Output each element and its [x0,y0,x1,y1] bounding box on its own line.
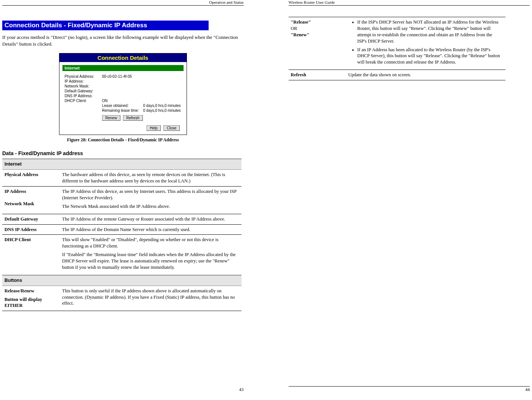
running-header: Operation and Status [2,0,244,5]
dns-label: DNS IP Address: [65,94,102,98]
phys-addr-label: Physical Address: [65,74,102,79]
renew-button[interactable]: Renew [102,115,120,121]
remaining-label: Remaining lease time: [102,108,143,113]
help-button[interactable]: Help [147,125,161,131]
row-key: DHCP Client [2,235,60,275]
page-number: 44 [525,387,530,393]
dialog-title: Connection Details [59,53,187,62]
intro-text: If your access method is "Direct" (no lo… [2,34,244,47]
net-mask-label: Network Mask: [65,84,102,88]
row-key: Release/Renew Button will display EITHER [2,286,60,311]
row-key: Refresh [289,70,346,80]
row-val: Update the data shown on screen. [346,70,505,80]
row-val: The IP Address of the Domain Name Server… [60,224,242,235]
gateway-label: Default Gateway: [65,89,102,93]
page-number: 43 [239,387,244,393]
row-key: "Release" OR "Renew" [289,17,346,70]
row-key: Physical Address [2,170,60,187]
data-table: Internet Physical Address The hardware a… [2,159,242,311]
lease-value: 0 days,0 hrs,0 minutes [143,104,181,108]
running-header: Wireless Router User Guide [289,0,530,5]
row-key: DNS IP Address [2,224,60,235]
dhcp-label: DHCP Client: [65,99,102,103]
section-buttons: Buttons [2,275,242,286]
row-val: This button is only useful if the IP add… [60,286,242,311]
page-title: Connection Details - Fixed/Dynamic IP Ad… [2,21,209,30]
data-subhead: Data - Fixed/Dynamic IP address [2,150,244,156]
ip-addr-label: IP Address: [65,79,102,83]
lease-label: Lease obtained: [102,104,143,108]
row-key: IP Address Network Mask [2,187,60,214]
data-table-cont: "Release" OR "Renew" If the ISP's DHCP S… [289,17,505,80]
row-val: The hardware address of this device, as … [60,170,242,187]
refresh-button[interactable]: Refresh [123,115,143,121]
row-val: The IP Address of this device, as seen b… [60,187,242,214]
row-val: If the ISP's DHCP Server has NOT allocat… [346,17,505,70]
section-internet: Internet [2,159,242,169]
row-key: Default Gateway [2,214,60,224]
dialog-section: Internet [62,65,184,71]
connection-details-dialog: Connection Details Internet Physical Add… [59,53,187,135]
phys-addr-value: 00-c0-02-11-4f-05 [102,74,132,79]
dhcp-value: ON [102,99,108,103]
close-button[interactable]: Close [163,125,180,131]
row-val: The IP Address of the remote Gateway or … [60,214,242,224]
figure-caption: Figure 28: Connection Details - Fixed/Dy… [2,137,244,143]
row-val: This will show "Enabled" or "Disabled", … [60,235,242,275]
remaining-value: 0 days,0 hrs,0 minutes [143,108,181,113]
